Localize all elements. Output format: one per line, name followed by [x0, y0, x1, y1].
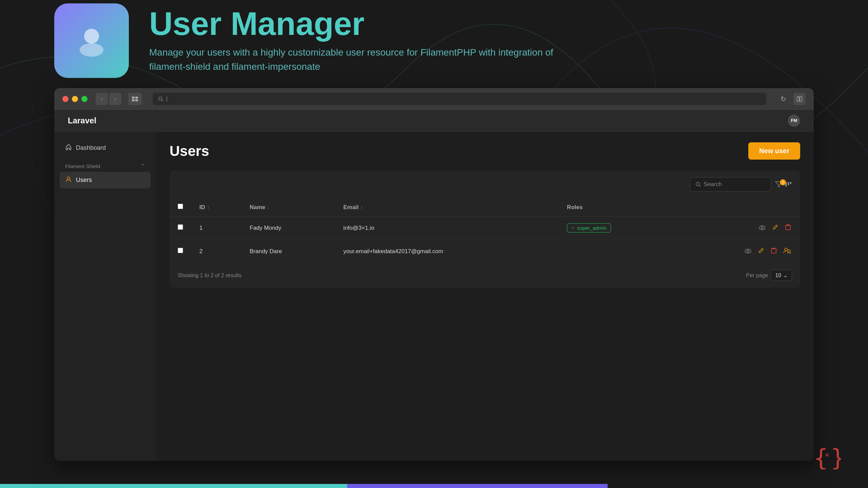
- email-column-header[interactable]: Email ↕: [335, 198, 559, 217]
- row-1-roles: ✓ super_admin: [559, 217, 675, 240]
- svg-point-21: [747, 250, 749, 252]
- svg-line-7: [162, 100, 163, 101]
- row-2-email: your.email+fakedata42017@gmail.com: [335, 240, 559, 263]
- sidebar-item-users[interactable]: Users: [60, 172, 151, 188]
- browser-actions: ↻: [777, 93, 806, 105]
- main-content: Users New user Search 0: [156, 131, 814, 461]
- roles-column-header: Roles: [559, 198, 675, 217]
- svg-text:*: *: [825, 452, 829, 461]
- table-row: 2 Brandy Dare your.email+fakedata42017@g…: [170, 240, 800, 263]
- app-layout: Dashboard Filament Shield ⌃ Users: [54, 131, 814, 461]
- row-1-checkbox[interactable]: [178, 224, 183, 230]
- maximize-button[interactable]: [81, 96, 87, 102]
- close-button[interactable]: [62, 96, 68, 102]
- minimize-button[interactable]: [72, 96, 78, 102]
- name-label: Name: [250, 204, 265, 211]
- hero-subtitle: Manage your users with a highly customiz…: [149, 45, 556, 74]
- row-1-checkbox-cell[interactable]: [170, 217, 191, 240]
- showing-text: Showing 1 to 2 of 2 results: [178, 272, 242, 279]
- address-cursor: |: [166, 96, 167, 102]
- bottom-bar: [0, 484, 868, 488]
- edit-button-2[interactable]: [757, 246, 766, 257]
- check-icon: ✓: [571, 225, 575, 230]
- roles-label: Roles: [567, 204, 583, 210]
- filter-button[interactable]: 0: [775, 181, 792, 187]
- select-all-header[interactable]: [170, 198, 191, 217]
- row-1-name: Fady Mondy: [241, 217, 335, 240]
- svg-rect-4: [132, 99, 135, 101]
- row-2-roles: [559, 240, 675, 263]
- hero-text: User Manager Manage your users with a hi…: [149, 7, 556, 74]
- reload-button[interactable]: ↻: [777, 93, 789, 105]
- section-label: Filament Shield: [65, 163, 100, 169]
- select-all-checkbox[interactable]: [178, 204, 183, 209]
- svg-point-24: [785, 248, 787, 251]
- row-2-id: 2: [191, 240, 241, 263]
- name-column-header[interactable]: Name ↓: [241, 198, 335, 217]
- delete-button-1[interactable]: [784, 223, 792, 233]
- user-avatar[interactable]: FM: [788, 115, 800, 127]
- forward-button[interactable]: ›: [109, 93, 121, 105]
- view-button-1[interactable]: [757, 223, 767, 233]
- super-admin-badge: ✓ super_admin: [567, 223, 611, 232]
- back-button[interactable]: ‹: [96, 93, 108, 105]
- per-page-dropdown[interactable]: 10 ⌄: [771, 270, 792, 281]
- email-sort-icon: ↕: [361, 205, 363, 210]
- table-body: 1 Fady Mondy info@3×1.io ✓ super_admin: [170, 217, 800, 263]
- row-1-actions: [675, 217, 800, 240]
- sidebar-item-dashboard[interactable]: Dashboard: [60, 140, 151, 156]
- svg-line-12: [699, 185, 701, 187]
- svg-point-11: [696, 182, 699, 186]
- row-2-action-buttons: [683, 246, 792, 257]
- browser-toolbar: ‹ › | ↻: [54, 88, 814, 110]
- svg-text:}: }: [831, 444, 841, 469]
- row-1-email: info@3×1.io: [335, 217, 559, 240]
- page-header: Users New user: [170, 142, 800, 160]
- filter-badge: 0: [780, 179, 786, 185]
- split-button[interactable]: [793, 93, 806, 105]
- row-2-actions: [675, 240, 800, 263]
- role-name: super_admin: [577, 225, 607, 231]
- name-sort-icon: ↓: [268, 205, 270, 210]
- sidebar-section-filament-shield: Filament Shield ⌃: [60, 158, 151, 172]
- address-bar[interactable]: |: [153, 93, 766, 105]
- email-label: Email: [343, 204, 358, 211]
- row-2-checkbox-cell[interactable]: [170, 240, 191, 263]
- svg-rect-18: [786, 225, 790, 230]
- svg-rect-5: [135, 99, 138, 101]
- view-button-2[interactable]: [743, 246, 753, 257]
- svg-rect-14: [788, 182, 789, 185]
- page-title: Users: [170, 143, 209, 159]
- sidebar: Dashboard Filament Shield ⌃ Users: [54, 131, 156, 461]
- search-placeholder: Search: [704, 181, 722, 188]
- chevron-up-icon: ⌃: [141, 163, 145, 169]
- per-page-select[interactable]: Per page 10 ⌄: [746, 270, 792, 281]
- users-label: Users: [76, 177, 92, 184]
- svg-rect-3: [135, 97, 138, 99]
- row-1-action-buttons: [683, 223, 792, 233]
- impersonate-button-2[interactable]: [782, 246, 792, 257]
- id-sort-icon: ↕: [207, 205, 209, 210]
- id-column-header[interactable]: ID ↕: [191, 198, 241, 217]
- dashboard-label: Dashboard: [76, 144, 106, 151]
- row-1-id: 1: [191, 217, 241, 240]
- per-page-label: Per page: [746, 272, 768, 279]
- delete-button-2[interactable]: [770, 246, 778, 257]
- users-table: ID ↕ Name ↓: [170, 198, 800, 263]
- traffic-lights: [62, 96, 87, 102]
- table-row: 1 Fady Mondy info@3×1.io ✓ super_admin: [170, 217, 800, 240]
- layout-button[interactable]: [128, 93, 142, 105]
- svg-rect-2: [132, 97, 135, 99]
- row-2-checkbox[interactable]: [178, 248, 183, 253]
- svg-point-16: [759, 226, 765, 230]
- browser-window: ‹ › | ↻: [54, 88, 814, 461]
- svg-point-10: [67, 177, 70, 180]
- new-user-button[interactable]: New user: [748, 142, 800, 160]
- bottom-bar-teal: [0, 484, 347, 488]
- svg-point-20: [745, 249, 751, 253]
- edit-button-1[interactable]: [771, 223, 780, 233]
- decorative-bracket-icon: { * }: [814, 442, 841, 474]
- search-input[interactable]: Search: [690, 177, 771, 191]
- home-icon: [65, 144, 72, 152]
- svg-rect-15: [790, 182, 791, 184]
